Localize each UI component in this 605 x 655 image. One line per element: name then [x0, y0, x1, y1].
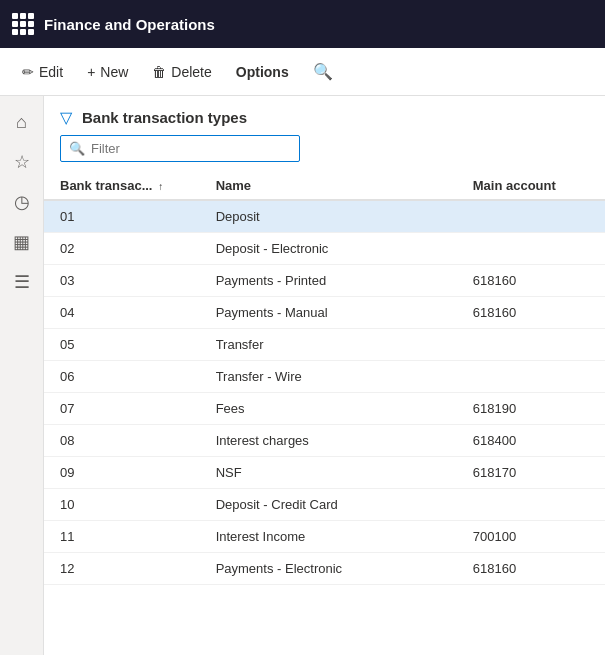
sidebar-recent[interactable]: ◷ — [4, 184, 40, 220]
table-row[interactable]: 09NSF618170 — [44, 457, 605, 489]
filter-input-wrap: 🔍 — [60, 135, 300, 162]
filter-icon[interactable]: ▽ — [60, 108, 72, 127]
cell-account — [465, 329, 605, 361]
cell-code: 10 — [44, 489, 208, 521]
cell-account: 618160 — [465, 297, 605, 329]
filter-search-icon: 🔍 — [69, 141, 85, 156]
cell-name: Payments - Printed — [208, 265, 465, 297]
table-row[interactable]: 11Interest Income700100 — [44, 521, 605, 553]
delete-button[interactable]: 🗑 Delete — [142, 58, 221, 86]
edit-button[interactable]: ✏ Edit — [12, 58, 73, 86]
app-grid-icon[interactable] — [12, 13, 34, 35]
cell-name: Interest charges — [208, 425, 465, 457]
table-row[interactable]: 03Payments - Printed618160 — [44, 265, 605, 297]
cell-code: 08 — [44, 425, 208, 457]
cell-name: Transfer - Wire — [208, 361, 465, 393]
search-button[interactable]: 🔍 — [307, 56, 339, 87]
cell-account — [465, 361, 605, 393]
bank-transaction-table: Bank transac... ↑ Name Main account 01De… — [44, 172, 605, 585]
cell-code: 04 — [44, 297, 208, 329]
cell-name: Transfer — [208, 329, 465, 361]
table-row[interactable]: 01Deposit — [44, 200, 605, 233]
cell-account: 618400 — [465, 425, 605, 457]
sort-arrow-code: ↑ — [158, 181, 163, 192]
col-header-name[interactable]: Name — [208, 172, 465, 200]
cell-account: 618170 — [465, 457, 605, 489]
options-button[interactable]: Options — [226, 58, 299, 86]
table-row[interactable]: 08Interest charges618400 — [44, 425, 605, 457]
table-row[interactable]: 06Transfer - Wire — [44, 361, 605, 393]
section-title: Bank transaction types — [82, 109, 247, 126]
cell-code: 09 — [44, 457, 208, 489]
cell-name: Payments - Manual — [208, 297, 465, 329]
search-icon: 🔍 — [313, 63, 333, 80]
content-area: ▽ Bank transaction types 🔍 Bank transac.… — [44, 96, 605, 655]
table-row[interactable]: 07Fees618190 — [44, 393, 605, 425]
cell-account: 618190 — [465, 393, 605, 425]
cell-name: Deposit - Electronic — [208, 233, 465, 265]
new-button[interactable]: + New — [77, 58, 138, 86]
cell-account: 618160 — [465, 553, 605, 585]
toolbar: ✏ Edit + New 🗑 Delete Options 🔍 — [0, 48, 605, 96]
cell-account — [465, 233, 605, 265]
title-bar: Finance and Operations — [0, 0, 605, 48]
cell-code: 11 — [44, 521, 208, 553]
cell-account — [465, 489, 605, 521]
table-header-row: Bank transac... ↑ Name Main account — [44, 172, 605, 200]
cell-name: Interest Income — [208, 521, 465, 553]
main-layout: ⌂ ☆ ◷ ▦ ☰ ▽ Bank transaction types 🔍 — [0, 96, 605, 655]
cell-name: Deposit - Credit Card — [208, 489, 465, 521]
table-row[interactable]: 05Transfer — [44, 329, 605, 361]
cell-account: 700100 — [465, 521, 605, 553]
sidebar-home[interactable]: ⌂ — [4, 104, 40, 140]
cell-name: NSF — [208, 457, 465, 489]
cell-name: Payments - Electronic — [208, 553, 465, 585]
cell-name: Fees — [208, 393, 465, 425]
table-row[interactable]: 10Deposit - Credit Card — [44, 489, 605, 521]
sidebar: ⌂ ☆ ◷ ▦ ☰ — [0, 96, 44, 655]
edit-icon: ✏ — [22, 64, 34, 80]
col-header-code[interactable]: Bank transac... ↑ — [44, 172, 208, 200]
app-title: Finance and Operations — [44, 16, 215, 33]
table-container: Bank transac... ↑ Name Main account 01De… — [44, 172, 605, 655]
cell-code: 02 — [44, 233, 208, 265]
col-header-account[interactable]: Main account — [465, 172, 605, 200]
cell-code: 05 — [44, 329, 208, 361]
cell-code: 03 — [44, 265, 208, 297]
cell-code: 07 — [44, 393, 208, 425]
sidebar-list[interactable]: ☰ — [4, 264, 40, 300]
sidebar-modules[interactable]: ▦ — [4, 224, 40, 260]
delete-label: Delete — [171, 64, 211, 80]
table-row[interactable]: 12Payments - Electronic618160 — [44, 553, 605, 585]
filter-input[interactable] — [91, 141, 291, 156]
cell-account: 618160 — [465, 265, 605, 297]
edit-label: Edit — [39, 64, 63, 80]
add-icon: + — [87, 64, 95, 80]
cell-name: Deposit — [208, 200, 465, 233]
table-body: 01Deposit02Deposit - Electronic03Payment… — [44, 200, 605, 585]
table-row[interactable]: 04Payments - Manual618160 — [44, 297, 605, 329]
cell-code: 06 — [44, 361, 208, 393]
cell-account — [465, 200, 605, 233]
content-header: ▽ Bank transaction types — [44, 96, 605, 135]
cell-code: 01 — [44, 200, 208, 233]
cell-code: 12 — [44, 553, 208, 585]
sidebar-favorites[interactable]: ☆ — [4, 144, 40, 180]
filter-bar: 🔍 — [44, 135, 605, 172]
new-label: New — [100, 64, 128, 80]
delete-icon: 🗑 — [152, 64, 166, 80]
table-row[interactable]: 02Deposit - Electronic — [44, 233, 605, 265]
